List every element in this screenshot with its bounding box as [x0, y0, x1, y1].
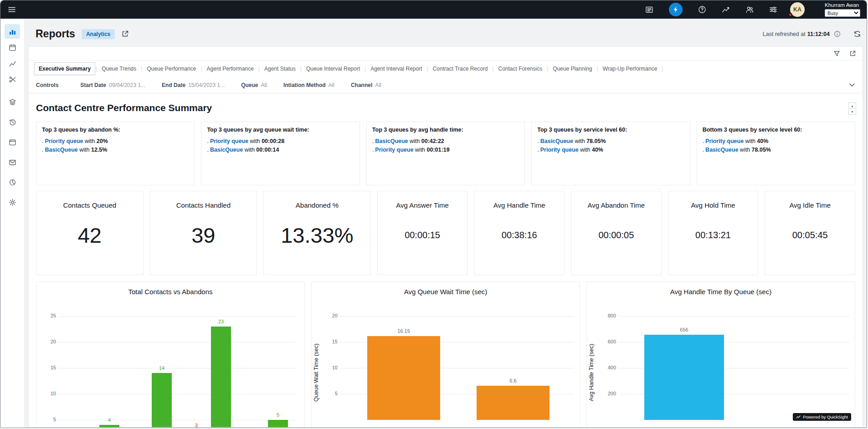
status-select[interactable]: Busy [825, 9, 860, 17]
scroll-up-button[interactable]: ▲ [848, 102, 856, 109]
queue-summary-item: .BasicQueue with 00:42:22 [372, 137, 519, 146]
queue-link[interactable]: Priority queue [540, 147, 579, 153]
open-external-button[interactable] [121, 30, 129, 38]
analytics-badge: Analytics [82, 29, 115, 39]
queue-link[interactable]: Priority queue [705, 138, 744, 144]
quicksight-badge[interactable]: Powered by QuickSight [793, 413, 851, 421]
filter-button[interactable] [833, 50, 840, 57]
connector-text: with [410, 138, 420, 144]
kpi-label: Contacts Queued [63, 201, 116, 209]
report-panel: Executive Summary Queue Trends Queue Per… [28, 46, 863, 428]
controls-label: Controls [36, 82, 58, 88]
bar-handle[interactable] [644, 335, 724, 420]
filter-control[interactable]: Start Date09/04/2023 1... [80, 82, 145, 88]
chevron-down-icon [849, 83, 855, 87]
y-tick-label: 20 [38, 339, 56, 344]
tab[interactable]: Queue Planning [549, 63, 598, 75]
sidebar-item-calendar[interactable] [5, 40, 20, 55]
sidebar-item-windows[interactable] [5, 135, 20, 149]
bar-wait[interactable] [477, 386, 550, 420]
controls-collapse-button[interactable] [849, 83, 855, 87]
avatar[interactable]: KA [790, 2, 805, 17]
hamburger-menu-button[interactable] [6, 4, 18, 15]
filter-label: Queue [241, 82, 258, 88]
bar-contacts[interactable] [211, 327, 231, 427]
gear-icon [9, 199, 16, 206]
tab[interactable]: Agent Status [260, 63, 302, 75]
gridline [58, 316, 295, 317]
chart-plot: 800600400200656Avg Handle Time (sec) [587, 282, 855, 427]
sidebar-item-trends[interactable] [5, 56, 20, 71]
queue-link[interactable]: Priority queue [45, 138, 83, 144]
queue-link[interactable]: BasicQueue [705, 147, 738, 153]
filter-control[interactable]: ChannelAll [351, 82, 381, 88]
queue-summary-item: .Priority queue with 40% [537, 146, 684, 154]
filter-icon [833, 50, 840, 57]
queue-summary-item: .Priority queue with 00:01:19 [372, 146, 519, 154]
queue-link[interactable]: Priority queue [375, 147, 413, 153]
sidebar-item-reports[interactable] [5, 24, 20, 39]
tab[interactable]: Wrap-Up Performance [599, 63, 664, 75]
tab[interactable]: Agent Performance [203, 63, 261, 75]
kpi-card: Contacts Queued 42 [36, 191, 144, 275]
hamburger-icon [8, 5, 16, 14]
tab[interactable]: Contact Forensics [494, 63, 549, 75]
sidebar-item-pie-reports[interactable] [5, 175, 20, 189]
tab[interactable]: Queue Trends [98, 63, 143, 75]
queue-summary-item: .BasicQueue with 78.05% [537, 137, 684, 146]
bullet: . [42, 147, 43, 153]
bar-contacts[interactable] [99, 425, 119, 427]
help-button[interactable] [698, 5, 706, 14]
maximize-icon [849, 50, 856, 57]
bullet: . [703, 147, 704, 153]
queue-link[interactable]: BasicQueue [210, 147, 243, 153]
filter-value: 09/04/2023 1... [109, 82, 145, 88]
tab[interactable]: Queue Interval Report [302, 63, 366, 75]
topbar-actions: KA Khurram Awan Busy [645, 2, 860, 17]
filter-control[interactable]: Intiation MethodAll [283, 82, 334, 88]
bar-contacts[interactable] [268, 420, 288, 427]
quicksight-logo-icon [796, 415, 801, 419]
gridline [58, 394, 295, 394]
main-content: Reports Analytics Last refreshed at 11:1… [25, 19, 867, 428]
sidebar-item-settings[interactable] [5, 195, 20, 209]
sidebar-item-tools[interactable] [5, 72, 20, 87]
queue-link[interactable]: BasicQueue [375, 138, 408, 144]
notepad-button[interactable] [645, 5, 653, 14]
sidebar-item-mail[interactable] [5, 155, 20, 169]
chart-total-contacts-vs-abandons: Total Contacts vs Abandons 2520151054143… [36, 281, 305, 427]
filter-value: 15/04/2023 1... [188, 82, 225, 88]
filter-control[interactable]: End Date15/04/2023 1... [162, 82, 225, 88]
metrics-button[interactable] [722, 5, 730, 14]
filter-control[interactable]: QueueAll [241, 82, 267, 88]
queue-value: 00:01:19 [427, 147, 450, 153]
agents-button[interactable] [745, 5, 754, 14]
queue-link[interactable]: BasicQueue [45, 147, 77, 153]
scroll-down-button[interactable]: ▼ [848, 108, 856, 115]
tab[interactable]: Agent Interval Report [366, 63, 429, 75]
preferences-button[interactable] [769, 5, 777, 14]
tab[interactable]: Executive Summary [34, 62, 98, 75]
bullet: . [372, 147, 374, 153]
mail-icon [9, 158, 16, 166]
y-axis-label: Avg Handle Time (sec) [588, 336, 595, 409]
sheet-scrollbar: ▲ ▼ [848, 102, 856, 115]
maximize-button[interactable] [849, 50, 856, 57]
sidebar-item-history[interactable] [5, 115, 20, 129]
kpi-card: Avg Abandon Time 00:00:05 [571, 191, 662, 275]
sidebar-item-layers[interactable] [5, 95, 20, 109]
tab[interactable]: Contract Trace Record [429, 63, 494, 75]
queue-link[interactable]: BasicQueue [540, 138, 573, 144]
app-window: KA Khurram Awan Busy [0, 0, 867, 428]
bullet: . [207, 147, 208, 153]
bar-contacts[interactable] [152, 373, 172, 427]
gridline [619, 316, 849, 317]
quick-actions-button[interactable] [669, 3, 683, 16]
refresh-info-button[interactable] [834, 31, 841, 37]
tab[interactable]: Queue Performance [143, 63, 202, 75]
refresh-button[interactable] [853, 30, 861, 38]
queue-link[interactable]: Priority queue [210, 138, 248, 144]
filter-label: Channel [351, 82, 372, 88]
kpi-label: Avg Handle Time [493, 201, 545, 209]
bar-wait[interactable] [367, 336, 440, 420]
